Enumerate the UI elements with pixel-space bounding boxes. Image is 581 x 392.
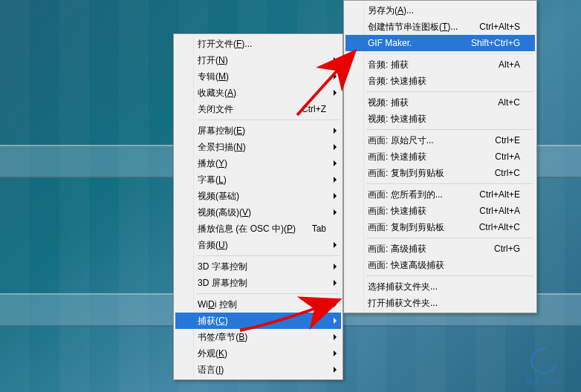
submenu-arrow-icon: [334, 128, 337, 134]
submenu-arrow-icon: [334, 318, 337, 324]
main-menu-item[interactable]: 字幕(L): [175, 172, 341, 188]
capture-menu-item[interactable]: 画面: 原始尺寸...Ctrl+E: [345, 132, 535, 148]
capture-menu-item[interactable]: 选择捕获文件夹...: [345, 278, 535, 295]
submenu-arrow-icon: [334, 264, 337, 270]
menu-item-label: 打开捕获文件夹...: [368, 297, 520, 310]
menu-item-label: GIF Maker.: [368, 38, 456, 48]
menu-item-label: 视频: 捕获: [368, 97, 483, 109]
context-menu-capture[interactable]: 另存为(A)...创建情节串连图板(T)...Ctrl+Alt+SGIF Mak…: [343, 0, 537, 313]
menu-item-label: 全景扫描(N): [198, 141, 326, 154]
menu-separator: [366, 238, 533, 238]
menu-item-label: 打开文件(F)...: [198, 38, 326, 50]
menu-item-label: 画面: 复制到剪贴板: [368, 221, 464, 234]
capture-menu-item[interactable]: 创建情节串连图板(T)...Ctrl+Alt+S: [345, 19, 535, 35]
menu-separator: [196, 120, 340, 120]
submenu-arrow-icon: [334, 74, 337, 79]
menu-separator: [366, 275, 533, 276]
main-menu-item[interactable]: 书签/章节(B): [175, 329, 341, 345]
capture-menu-item[interactable]: GIF Maker.Shift+Ctrl+G: [345, 35, 535, 51]
menu-item-label: 画面: 原始尺寸...: [368, 134, 480, 147]
context-menu-main[interactable]: 打开文件(F)...打开(N)专辑(M)收藏夹(A)关闭文件Ctrl+Z屏幕控制…: [173, 33, 343, 380]
main-menu-item[interactable]: 屏幕控制(E): [175, 122, 341, 139]
submenu-arrow-icon: [334, 177, 337, 183]
main-menu-item[interactable]: WiDi 控制: [175, 296, 341, 313]
menu-item-label: 创建情节串连图板(T)...: [368, 21, 464, 33]
menu-shortcut: Shift+Ctrl+G: [471, 38, 520, 48]
menu-separator: [196, 293, 340, 294]
main-menu-item[interactable]: 语言(I): [175, 362, 341, 378]
menu-item-label: 画面: 高级捕获: [368, 243, 479, 255]
menu-item-label: 画面: 您所看到的...: [368, 189, 464, 201]
submenu-arrow-icon: [334, 301, 337, 307]
main-menu-item[interactable]: 收藏夹(A): [175, 85, 341, 101]
submenu-arrow-icon: [334, 209, 337, 215]
main-menu-item[interactable]: 专辑(M): [175, 68, 341, 85]
submenu-arrow-icon: [334, 144, 337, 150]
capture-menu-item[interactable]: 画面: 高级捕获Ctrl+G: [345, 241, 535, 257]
menu-item-label: 打开(N): [198, 54, 326, 67]
menu-item-label: 音频: 捕获: [368, 59, 484, 71]
menu-item-label: 3D 屏幕控制: [198, 277, 326, 290]
menu-item-label: 专辑(M): [198, 71, 326, 83]
capture-menu-item[interactable]: 画面: 复制到剪贴板Ctrl+Alt+C: [345, 219, 535, 235]
capture-menu-item[interactable]: 画面: 快速捕获Ctrl+A: [345, 148, 535, 165]
main-menu-item[interactable]: 播放信息 (在 OSC 中)(P)Tab: [175, 220, 341, 237]
menu-item-label: 外观(K): [198, 347, 326, 360]
menu-shortcut: Ctrl+A: [495, 151, 520, 162]
menu-item-label: 书签/章节(B): [198, 331, 326, 344]
submenu-arrow-icon: [334, 90, 337, 96]
menu-item-label: 画面: 快速捕获: [368, 151, 480, 163]
menu-separator: [366, 53, 533, 54]
capture-menu-item[interactable]: 打开捕获文件夹...: [345, 295, 535, 311]
capture-menu-item[interactable]: 画面: 快速捕获Ctrl+Alt+A: [345, 203, 535, 219]
main-menu-item[interactable]: 播放(Y): [175, 155, 341, 172]
capture-menu-item[interactable]: 视频: 捕获Alt+C: [345, 94, 535, 111]
main-menu-item[interactable]: 3D 屏幕控制: [175, 275, 341, 291]
menu-item-label: 捕获(C): [198, 315, 326, 327]
menu-item-label: 选择捕获文件夹...: [368, 281, 520, 293]
menu-item-label: 视频(基础): [198, 190, 326, 203]
menu-item-label: 播放(Y): [198, 157, 326, 170]
menu-item-label: 画面: 快速捕获: [368, 205, 464, 218]
main-menu-item[interactable]: 关闭文件Ctrl+Z: [175, 101, 341, 117]
menu-shortcut: Ctrl+Alt+S: [479, 22, 520, 32]
menu-item-label: 视频: 快速捕获: [368, 113, 520, 125]
capture-menu-item[interactable]: 画面: 快速高级捕获: [345, 257, 535, 273]
submenu-arrow-icon: [334, 193, 337, 199]
watermark-text: 极速下载站: [514, 376, 574, 387]
menu-item-label: 3D 字幕控制: [198, 261, 326, 273]
menu-shortcut: Ctrl+E: [495, 135, 520, 146]
menu-item-label: 视频(高级)(V): [198, 206, 326, 219]
capture-menu-item[interactable]: 音频: 快速捕获: [345, 73, 535, 89]
main-menu-item[interactable]: 视频(基础): [175, 188, 341, 204]
menu-shortcut: Alt+C: [498, 97, 520, 108]
site-watermark: 极速下载站: [514, 347, 574, 385]
menu-shortcut: Ctrl+Alt+A: [479, 206, 520, 216]
main-menu-item[interactable]: 音频(U): [175, 237, 341, 253]
capture-menu-item[interactable]: 另存为(A)...: [345, 2, 535, 19]
menu-separator: [196, 255, 340, 256]
menu-separator: [366, 183, 533, 184]
menu-shortcut: Ctrl+C: [495, 168, 520, 178]
submenu-arrow-icon: [334, 242, 337, 248]
menu-item-label: 收藏夹(A): [198, 87, 326, 99]
menu-shortcut: Ctrl+Z: [302, 104, 326, 114]
main-menu-item[interactable]: 打开(N): [175, 52, 341, 68]
submenu-arrow-icon: [334, 350, 337, 356]
capture-menu-item[interactable]: 音频: 捕获Alt+A: [345, 56, 535, 73]
capture-menu-item[interactable]: 视频: 快速捕获: [345, 111, 535, 127]
main-menu-item[interactable]: 全景扫描(N): [175, 139, 341, 155]
main-menu-item[interactable]: 打开文件(F)...: [175, 36, 341, 52]
menu-item-label: 字幕(L): [198, 174, 326, 186]
main-menu-item[interactable]: 3D 字幕控制: [175, 258, 341, 275]
capture-menu-item[interactable]: 画面: 复制到剪贴板Ctrl+C: [345, 165, 535, 181]
submenu-arrow-icon: [334, 160, 337, 166]
menu-shortcut: Ctrl+Alt+C: [479, 222, 520, 232]
capture-menu-item[interactable]: 画面: 您所看到的...Ctrl+Alt+E: [345, 186, 535, 203]
menu-item-label: 播放信息 (在 OSC 中)(P): [198, 223, 297, 235]
menu-separator: [366, 129, 533, 130]
main-menu-item[interactable]: 视频(高级)(V): [175, 204, 341, 220]
menu-item-label: 画面: 复制到剪贴板: [368, 167, 480, 180]
main-menu-item[interactable]: 捕获(C): [175, 313, 341, 329]
main-menu-item[interactable]: 外观(K): [175, 345, 341, 362]
